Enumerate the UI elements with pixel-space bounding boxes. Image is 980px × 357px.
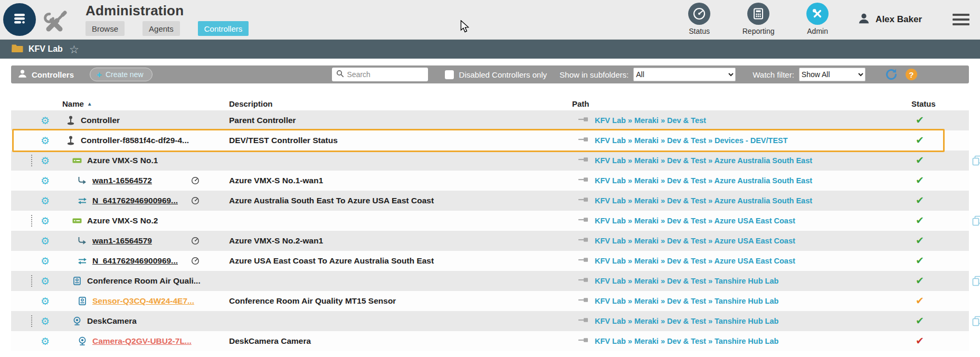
row-settings-gear-icon[interactable]: ⚙ [41, 276, 50, 286]
row-controls: ⚙ [11, 171, 62, 191]
copy-icon[interactable] [972, 215, 980, 226]
status-check-icon: ✔ [916, 155, 924, 166]
table-row[interactable]: ⚙wan1-16564579Azure VMX-S No.2-wan1KFV L… [11, 231, 969, 251]
tab-browse[interactable]: Browse [85, 21, 125, 36]
row-path-cell: KFV Lab » Meraki » Dev & Test » Tanshire… [567, 336, 903, 346]
disabled-controllers-checkbox[interactable] [445, 70, 454, 79]
row-status-cell: ✔ [903, 135, 969, 146]
copy-icon[interactable] [972, 316, 980, 326]
row-path-cell: KFV Lab » Meraki » Dev & Test » Azure Au… [567, 176, 903, 185]
column-header-description[interactable]: Description [228, 99, 567, 108]
row-controls: ⚙ [11, 191, 62, 211]
copy-icon[interactable] [972, 276, 980, 286]
user-menu[interactable]: Alex Baker [858, 12, 922, 27]
menu-icon[interactable] [953, 14, 969, 25]
favorite-star-icon[interactable]: ☆ [69, 44, 79, 55]
table-row[interactable]: ⚙Sensor-Q3CQ-4W24-4E7...Conference Room … [11, 291, 969, 311]
row-settings-gear-icon[interactable]: ⚙ [41, 256, 50, 266]
row-path-link[interactable]: KFV Lab » Meraki » Dev & Test [595, 116, 706, 125]
refresh-icon[interactable] [884, 68, 898, 81]
drag-handle-icon[interactable] [31, 155, 32, 166]
path-node-icon [578, 236, 589, 246]
row-path-cell: KFV Lab » Meraki » Dev & Test » Tanshire… [567, 316, 903, 326]
nav-reporting-label: Reporting [743, 27, 775, 35]
row-path-link[interactable]: KFV Lab » Meraki » Dev & Test » Tanshire… [595, 337, 778, 345]
nav-reporting[interactable]: Reporting [736, 3, 781, 35]
table-row[interactable]: ⚙Azure VMX-S No.1KFV Lab » Meraki » Dev … [11, 151, 969, 171]
row-name[interactable]: Sensor-Q3CQ-4W24-4E7... [92, 296, 194, 306]
row-settings-gear-icon[interactable]: ⚙ [41, 316, 50, 326]
column-header-path[interactable]: Path [567, 99, 903, 108]
subfolders-select[interactable]: All [633, 68, 736, 81]
table-row[interactable]: ⚙N_641762946900969...Azure USA East Coas… [11, 251, 969, 271]
path-node-icon [578, 256, 589, 266]
row-path-link[interactable]: KFV Lab » Meraki » Dev & Test » Azure Au… [595, 176, 812, 185]
search-input[interactable] [347, 70, 424, 79]
row-path-link[interactable]: KFV Lab » Meraki » Dev & Test » Devices … [595, 136, 788, 145]
table-row[interactable]: ⚙Controller-f8581f4c-df29-4...DEV/TEST C… [11, 130, 969, 151]
row-name[interactable]: N_641762946900969... [92, 196, 178, 205]
status-check-icon: ✔ [916, 235, 924, 246]
table-row[interactable]: ⚙ControllerParent ControllerKFV Lab » Me… [11, 110, 969, 130]
table-row[interactable]: ⚙wan1-16564572Azure VMX-S No.1-wan1KFV L… [11, 171, 969, 191]
row-settings-gear-icon[interactable]: ⚙ [41, 296, 50, 306]
row-settings-gear-icon[interactable]: ⚙ [41, 236, 50, 246]
row-name[interactable]: Azure VMX-S No.2 [87, 216, 158, 226]
table-row[interactable]: ⚙Azure VMX-S No.2KFV Lab » Meraki » Dev … [11, 211, 969, 231]
nav-status[interactable]: Status [677, 3, 721, 35]
row-status-cell: ✔ [903, 215, 969, 226]
app-logo[interactable] [3, 3, 36, 36]
row-name[interactable]: wan1-16564572 [92, 176, 152, 185]
table-row[interactable]: ⚙N_641762946900969...Azure Australia Sou… [11, 191, 969, 211]
tab-agents[interactable]: Agents [142, 21, 180, 36]
breadcrumb-folder[interactable]: KFV Lab [28, 44, 63, 54]
row-path-link[interactable]: KFV Lab » Meraki » Dev & Test » Azure US… [595, 237, 795, 245]
controllers-section-icon [17, 69, 27, 81]
table-row[interactable]: ⚙Conference Room Air Quali...KFV Lab » M… [11, 271, 969, 291]
row-path-link[interactable]: KFV Lab » Meraki » Dev & Test » Azure US… [595, 217, 795, 225]
row-name[interactable]: N_641762946900969... [92, 256, 178, 266]
table-row[interactable]: ⚙DeskCameraKFV Lab » Meraki » Dev & Test… [11, 311, 969, 331]
row-settings-gear-icon[interactable]: ⚙ [41, 196, 50, 206]
watch-filter-select[interactable]: Show All [799, 68, 865, 81]
row-settings-gear-icon[interactable]: ⚙ [41, 176, 50, 186]
row-path-link[interactable]: KFV Lab » Meraki » Dev & Test » Azure Au… [595, 156, 812, 165]
row-settings-gear-icon[interactable]: ⚙ [41, 156, 50, 166]
row-controls: ⚙ [11, 291, 62, 311]
administration-tools-icon [40, 5, 69, 34]
status-check-icon: ✔ [916, 175, 924, 186]
row-name-cell: Controller [62, 110, 228, 130]
row-settings-gear-icon[interactable]: ⚙ [41, 336, 50, 346]
create-new-button[interactable]: + Create new [90, 68, 153, 81]
copy-icon[interactable] [972, 155, 980, 166]
row-path-link[interactable]: KFV Lab » Meraki » Dev & Test » Tanshire… [595, 297, 778, 305]
row-name[interactable]: Azure VMX-S No.1 [87, 156, 158, 165]
row-settings-gear-icon[interactable]: ⚙ [41, 116, 50, 126]
row-name[interactable]: DeskCamera [87, 316, 137, 326]
row-name[interactable]: Controller-f8581f4c-df29-4... [81, 136, 189, 145]
column-header-name[interactable]: Name ▲ [62, 99, 228, 108]
row-name[interactable]: Controller [81, 116, 120, 125]
column-header-status[interactable]: Status [903, 99, 969, 108]
drag-handle-icon[interactable] [31, 315, 32, 327]
nav-admin[interactable]: Admin [795, 3, 840, 35]
path-node-icon [578, 136, 589, 145]
logo-icon [11, 10, 28, 30]
row-settings-gear-icon[interactable]: ⚙ [41, 136, 50, 146]
row-path-link[interactable]: KFV Lab » Meraki » Dev & Test » Tanshire… [595, 317, 778, 325]
table-row[interactable]: ⚙Camera-Q2GV-UBU2-7L...DeskCamera Camera… [11, 331, 969, 351]
page-title: Administration [85, 3, 249, 18]
drag-handle-icon[interactable] [31, 215, 32, 227]
tab-controllers[interactable]: Controllers [198, 21, 249, 36]
row-path-link[interactable]: KFV Lab » Meraki » Dev & Test » Tanshire… [595, 277, 778, 285]
row-path-link[interactable]: KFV Lab » Meraki » Dev & Test » Azure US… [595, 257, 795, 265]
controllers-toolbar: Controllers + Create new Disabled Contro… [11, 65, 969, 83]
help-icon[interactable]: ? [906, 69, 917, 80]
row-name[interactable]: Camera-Q2GV-UBU2-7L... [92, 336, 192, 346]
row-name[interactable]: wan1-16564579 [92, 236, 152, 246]
row-path-link[interactable]: KFV Lab » Meraki » Dev & Test » Azure Au… [595, 196, 812, 205]
row-name[interactable]: Conference Room Air Quali... [87, 276, 201, 286]
row-settings-gear-icon[interactable]: ⚙ [41, 216, 50, 226]
drag-handle-icon[interactable] [31, 275, 32, 287]
status-check-icon: ✔ [916, 315, 924, 326]
